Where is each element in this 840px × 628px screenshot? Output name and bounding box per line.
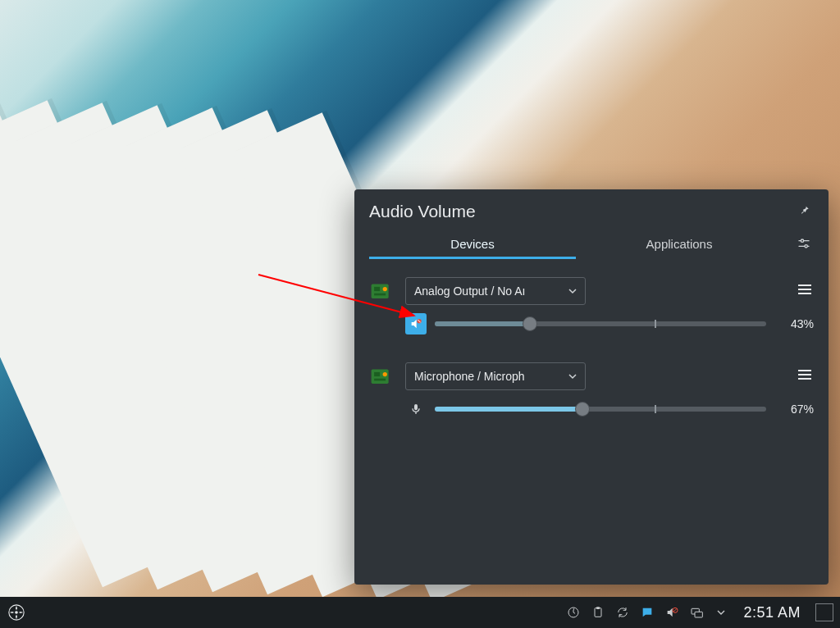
- clipboard-icon: [591, 606, 605, 619]
- chevron-down-icon: [568, 372, 577, 380]
- speaker-muted-icon: [665, 606, 678, 619]
- sync-icon: [616, 606, 629, 619]
- sound-card-icon: [369, 366, 394, 392]
- tab-applications[interactable]: Applications: [576, 230, 783, 259]
- output-mute-button[interactable]: [405, 313, 427, 334]
- svg-line-26: [673, 608, 677, 612]
- chevron-down-icon: [714, 606, 728, 619]
- svg-point-14: [383, 372, 387, 376]
- input-options-button[interactable]: [796, 366, 814, 387]
- input-volume-slider[interactable]: [435, 403, 766, 416]
- svg-rect-28: [695, 612, 702, 617]
- slider-thumb[interactable]: [575, 402, 590, 416]
- svg-rect-24: [596, 607, 600, 609]
- hamburger-icon: [797, 284, 812, 295]
- svg-rect-7: [374, 294, 386, 296]
- svg-rect-13: [374, 372, 380, 376]
- tray-sync-button[interactable]: [615, 605, 630, 620]
- svg-point-3: [805, 244, 807, 247]
- microphone-icon: [409, 403, 422, 416]
- svg-rect-23: [595, 608, 601, 617]
- svg-point-6: [383, 287, 387, 291]
- slider-thumb[interactable]: [523, 316, 537, 331]
- input-port-select[interactable]: Microphone / Microph: [405, 362, 586, 390]
- output-port-label: Analog Output / No Aı: [414, 284, 525, 298]
- input-device-row: Microphone / Microph: [369, 362, 814, 420]
- input-mute-button[interactable]: [405, 398, 427, 420]
- configure-button[interactable]: [794, 234, 814, 257]
- sound-card-icon: [369, 280, 394, 307]
- tab-devices[interactable]: Devices: [369, 230, 576, 259]
- tray-updates-button[interactable]: [566, 605, 581, 620]
- hamburger-icon: [797, 369, 812, 380]
- taskbar-clock[interactable]: 2:51 AM: [738, 604, 806, 621]
- taskbar: 2:51 AM: [0, 597, 840, 628]
- pin-button[interactable]: [796, 201, 814, 222]
- app-launcher-button[interactable]: [7, 603, 26, 622]
- output-device-row: Analog Output / No Aı: [369, 277, 814, 334]
- chat-bubble-icon: [641, 606, 654, 619]
- tray-network-button[interactable]: [689, 605, 704, 620]
- popup-title: Audio Volume: [369, 202, 476, 221]
- tab-bar: Devices Applications: [369, 230, 783, 259]
- output-options-button[interactable]: [796, 280, 814, 302]
- input-volume-percent: 67%: [774, 403, 814, 416]
- show-desktop-button[interactable]: [815, 603, 833, 621]
- svg-point-1: [801, 239, 803, 242]
- output-port-select[interactable]: Analog Output / No Aı: [405, 277, 586, 305]
- svg-rect-5: [374, 287, 380, 291]
- svg-rect-15: [374, 379, 386, 381]
- tray-volume-button[interactable]: [664, 605, 679, 620]
- svg-point-21: [15, 611, 18, 614]
- output-volume-percent: 43%: [774, 317, 814, 330]
- audio-volume-popup: Audio Volume Devices Applications: [354, 189, 829, 585]
- tray-notifications-button[interactable]: [640, 605, 655, 620]
- output-volume-slider[interactable]: [435, 317, 766, 330]
- tray-expand-button[interactable]: [714, 605, 728, 620]
- network-icon: [690, 606, 703, 619]
- tray-clipboard-button[interactable]: [591, 605, 605, 620]
- sliders-icon: [797, 237, 810, 250]
- update-icon: [567, 606, 580, 619]
- chevron-down-icon: [568, 287, 577, 295]
- pin-icon: [799, 204, 810, 216]
- kde-logo-icon: [7, 603, 25, 621]
- speaker-muted-icon: [409, 317, 422, 330]
- input-port-label: Microphone / Microph: [414, 370, 525, 383]
